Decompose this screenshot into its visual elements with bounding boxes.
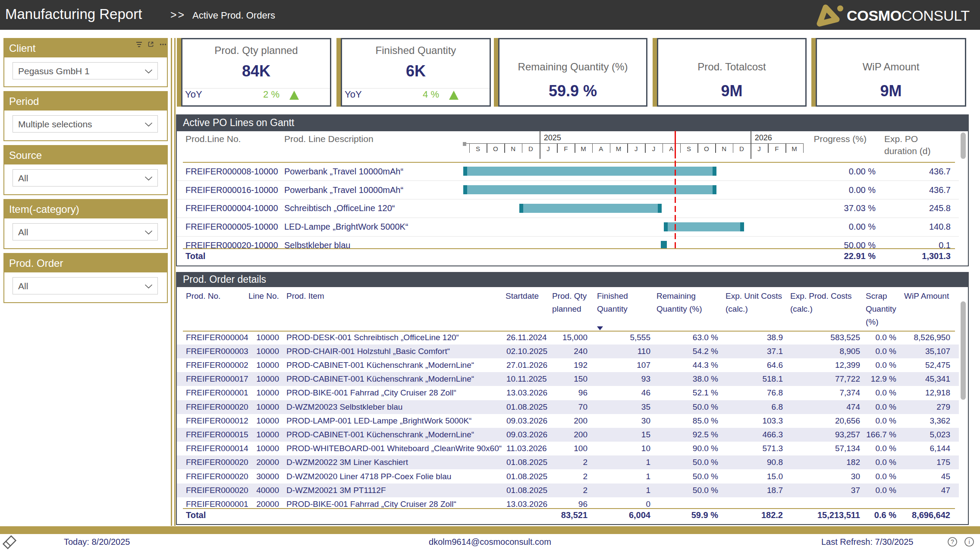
svg-text:?: ? <box>951 538 954 545</box>
svg-text:i: i <box>968 538 970 545</box>
